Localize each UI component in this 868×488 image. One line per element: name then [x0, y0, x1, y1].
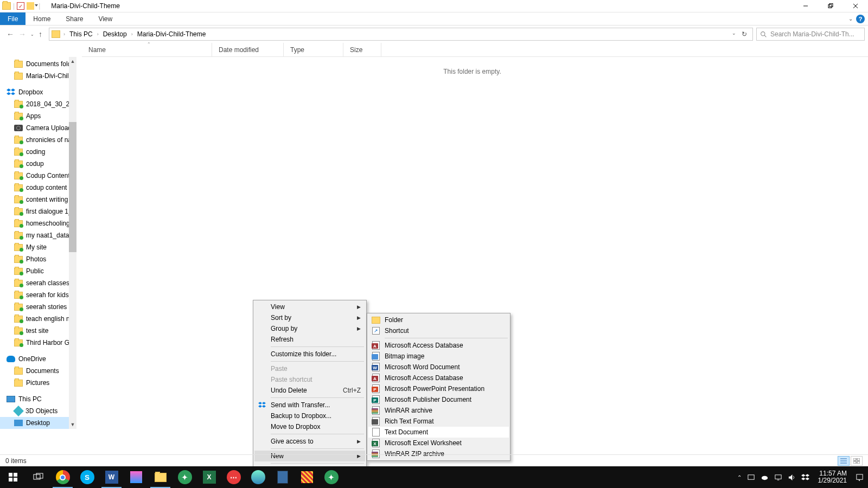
- taskbar-excel[interactable]: X: [197, 466, 221, 488]
- sidebar-item[interactable]: Photos: [0, 253, 76, 265]
- sidebar-item[interactable]: codup content (: [0, 182, 76, 194]
- new-publisher[interactable]: PMicrosoft Publisher Document: [368, 394, 509, 405]
- new-access-2[interactable]: AMicrosoft Access Database: [368, 373, 509, 383]
- notifications-icon[interactable]: [856, 473, 864, 481]
- scroll-up-icon[interactable]: ▲: [69, 57, 76, 66]
- help-icon[interactable]: ?: [856, 15, 865, 23]
- sidebar-item[interactable]: Camera Uploads: [0, 122, 76, 134]
- ctx-sortby[interactable]: Sort by▶: [254, 312, 365, 323]
- sidebar-thispc[interactable]: This PC: [0, 393, 76, 405]
- sidebar-item[interactable]: codup: [0, 158, 76, 170]
- taskbar-chrome[interactable]: [50, 466, 75, 488]
- ctx-undo[interactable]: Undo DeleteCtrl+Z: [254, 385, 365, 396]
- sidebar-item[interactable]: Pictures: [0, 377, 76, 389]
- refresh-icon[interactable]: ↻: [742, 30, 747, 38]
- ctx-backup-dropbox[interactable]: Backup to Dropbox...: [254, 410, 365, 421]
- chevron-right-icon[interactable]: ›: [95, 31, 101, 37]
- new-excel[interactable]: XMicrosoft Excel Worksheet: [368, 438, 509, 448]
- tab-view[interactable]: View: [91, 12, 120, 25]
- new-text-document[interactable]: Text Document: [368, 427, 509, 438]
- sidebar-item[interactable]: seerah stories: [0, 301, 76, 313]
- ctx-give-access[interactable]: Give access to▶: [254, 436, 365, 447]
- ctx-customize[interactable]: Customize this folder...: [254, 349, 365, 359]
- tab-home[interactable]: Home: [25, 12, 58, 25]
- sidebar-item[interactable]: seerah classes fo: [0, 277, 76, 289]
- tray-show-hidden-icon[interactable]: ⌃: [737, 474, 742, 480]
- close-button[interactable]: [843, 0, 868, 12]
- qat-folder-icon[interactable]: [27, 2, 34, 10]
- up-button[interactable]: ↑: [39, 30, 42, 38]
- back-button[interactable]: ←: [7, 30, 14, 38]
- scroll-thumb[interactable]: [69, 122, 76, 252]
- ctx-view[interactable]: View▶: [254, 301, 365, 312]
- col-date[interactable]: Date modified: [212, 43, 284, 56]
- sidebar-item[interactable]: 3D Objects: [0, 405, 76, 417]
- new-powerpoint[interactable]: PMicrosoft PowerPoint Presentation: [368, 383, 509, 394]
- taskbar-app[interactable]: ✦: [319, 466, 343, 488]
- sidebar-item[interactable]: 2018_04_30_22_5: [0, 98, 76, 110]
- new-word[interactable]: WMicrosoft Word Document: [368, 362, 509, 373]
- sidebar-item[interactable]: Documents: [0, 365, 76, 377]
- sidebar-item[interactable]: Apps: [0, 110, 76, 122]
- taskbar-app[interactable]: [124, 466, 148, 488]
- network-icon[interactable]: [774, 473, 782, 481]
- sidebar-item[interactable]: seerah for kids: [0, 289, 76, 301]
- address-bar[interactable]: › This PC › Desktop › Maria-Divi-Child-T…: [49, 28, 753, 41]
- chevron-right-icon[interactable]: ›: [129, 31, 135, 37]
- sidebar-item[interactable]: chronicles of nar: [0, 134, 76, 146]
- col-name[interactable]: Name⌃: [82, 43, 212, 56]
- ctx-groupby[interactable]: Group by▶: [254, 323, 365, 334]
- start-button[interactable]: [0, 466, 26, 488]
- forward-button[interactable]: →: [18, 30, 26, 38]
- new-folder[interactable]: Folder: [368, 314, 509, 325]
- tray-clock[interactable]: 11:57 AM 1/29/2021: [815, 470, 850, 484]
- taskbar-app[interactable]: [295, 466, 319, 488]
- properties-icon[interactable]: ✓: [17, 2, 24, 10]
- sidebar-item-desktop[interactable]: Desktop: [0, 417, 76, 429]
- chevron-right-icon[interactable]: ›: [61, 31, 67, 37]
- new-shortcut[interactable]: ↗Shortcut: [368, 325, 509, 336]
- task-view-icon[interactable]: [26, 466, 50, 488]
- crumb-thispc[interactable]: This PC: [68, 30, 94, 38]
- crumb-desktop[interactable]: Desktop: [102, 30, 128, 38]
- sidebar-item[interactable]: first dialogue 1_c: [0, 206, 76, 217]
- tab-share[interactable]: Share: [58, 12, 91, 25]
- taskbar-app[interactable]: ⋯: [221, 466, 246, 488]
- history-dropdown[interactable]: ⌄: [30, 32, 34, 37]
- sidebar-item[interactable]: teach english no: [0, 313, 76, 325]
- new-access[interactable]: AMicrosoft Access Database: [368, 340, 509, 351]
- taskbar-skype[interactable]: S: [75, 466, 99, 488]
- taskbar-calculator[interactable]: [270, 466, 295, 488]
- sidebar-dropbox[interactable]: Dropbox: [0, 86, 76, 98]
- taskbar-explorer[interactable]: [148, 466, 173, 488]
- ctx-send-transfer[interactable]: Send with Transfer...: [254, 400, 365, 410]
- taskbar-app[interactable]: [246, 466, 270, 488]
- scroll-down-icon[interactable]: ▼: [69, 420, 76, 429]
- maximize-button[interactable]: [818, 0, 843, 12]
- icons-view-icon[interactable]: [851, 456, 863, 466]
- onedrive-icon[interactable]: [761, 473, 769, 481]
- sidebar-item[interactable]: Codup Content: [0, 170, 76, 182]
- crumb-current[interactable]: Maria-Divi-Child-Theme: [136, 30, 207, 38]
- new-winrar[interactable]: WinRAR archive: [368, 405, 509, 416]
- sidebar-item[interactable]: My site: [0, 241, 76, 253]
- sidebar-item[interactable]: homeschooling: [0, 217, 76, 229]
- tray-icon[interactable]: [747, 473, 755, 481]
- sidebar-item[interactable]: Public: [0, 265, 76, 277]
- details-view-icon[interactable]: [838, 456, 850, 466]
- sidebar-item[interactable]: Maria-Divi-Child: [0, 70, 76, 82]
- new-rtf[interactable]: Rich Text Format: [368, 416, 509, 427]
- ribbon-expand-icon[interactable]: ⌄: [848, 16, 853, 22]
- sidebar-item[interactable]: content writing f: [0, 194, 76, 206]
- minimize-button[interactable]: [793, 0, 818, 12]
- sidebar-item[interactable]: test site: [0, 325, 76, 337]
- sidebar-item[interactable]: coding: [0, 146, 76, 158]
- sidebar-item[interactable]: Third Harbor Gen: [0, 337, 76, 349]
- address-dropdown-icon[interactable]: ⌄: [732, 30, 736, 38]
- tab-file[interactable]: File: [0, 12, 25, 25]
- ctx-move-dropbox[interactable]: Move to Dropbox: [254, 421, 365, 432]
- sidebar-onedrive[interactable]: OneDrive: [0, 353, 76, 365]
- search-input[interactable]: Search Maria-Divi-Child-Th...: [756, 28, 865, 41]
- ctx-refresh[interactable]: Refresh: [254, 334, 365, 345]
- taskbar-app[interactable]: ✦: [173, 466, 197, 488]
